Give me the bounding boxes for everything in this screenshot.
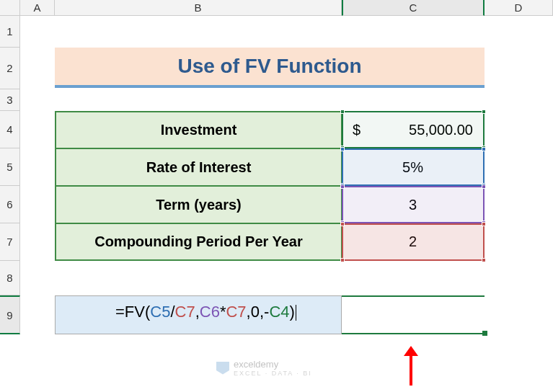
formula-sep2: ,0,- (247, 303, 270, 321)
formula-ref-c4: C4 (269, 303, 289, 321)
title-text: Use of FV Function (177, 55, 361, 78)
row-header-7[interactable]: 7 (0, 223, 20, 261)
formula-text[interactable]: =FV(C5/C7,C6*C7,0,-C4) (115, 303, 296, 321)
arrow-line (410, 355, 412, 386)
value-rate[interactable]: 5% (342, 148, 485, 186)
title-banner: Use of FV Function (55, 48, 485, 88)
watermark-name: exceldemy (234, 359, 278, 370)
text-cursor (296, 305, 296, 321)
value-compounding[interactable]: 2 (342, 223, 485, 261)
row-header-6[interactable]: 6 (0, 186, 20, 223)
row-header-8[interactable]: 8 (0, 261, 20, 295)
watermark-tagline: EXCEL · DATA · BI (234, 370, 312, 377)
cell-c9-active[interactable] (342, 295, 485, 334)
watermark-logo-icon (216, 362, 229, 375)
row-header-1[interactable]: 1 (0, 16, 20, 48)
row-header-9[interactable]: 9 (0, 295, 20, 334)
formula-ref-c7b: C7 (226, 303, 246, 321)
label-term[interactable]: Term (years) (55, 186, 342, 223)
row-header-4[interactable]: 4 (0, 111, 20, 148)
annotation-arrow (404, 346, 418, 386)
label-compounding[interactable]: Compounding Period Per Year (55, 223, 342, 261)
label-rate[interactable]: Rate of Interest (55, 148, 342, 186)
col-header-a[interactable]: A (20, 0, 55, 16)
col-header-b[interactable]: B (55, 0, 342, 16)
value-investment[interactable]: $ 55,000.00 (342, 111, 485, 148)
row-header-2[interactable]: 2 (0, 48, 20, 89)
currency-symbol: $ (353, 122, 360, 138)
formula-suffix: ) (290, 303, 295, 321)
formula-ref-c5: C5 (150, 303, 170, 321)
value-term[interactable]: 3 (342, 186, 485, 223)
row-header-5[interactable]: 5 (0, 148, 20, 186)
formula-ref-c7a: C7 (175, 303, 195, 321)
label-investment[interactable]: Investment (55, 111, 342, 148)
col-header-d[interactable]: D (485, 0, 553, 16)
fill-handle[interactable] (482, 331, 487, 336)
formula-ref-c6: C6 (200, 303, 220, 321)
row-header-3[interactable]: 3 (0, 89, 20, 111)
formula-prefix: =FV( (115, 303, 150, 321)
col-header-c[interactable]: C (342, 0, 485, 16)
select-all-corner[interactable] (0, 0, 20, 16)
watermark: exceldemy EXCEL · DATA · BI (216, 359, 312, 377)
spreadsheet-grid: A B C D 1 2 3 4 5 6 7 8 9 Use of FV Func… (0, 0, 553, 392)
investment-amount: 55,000.00 (409, 122, 473, 138)
